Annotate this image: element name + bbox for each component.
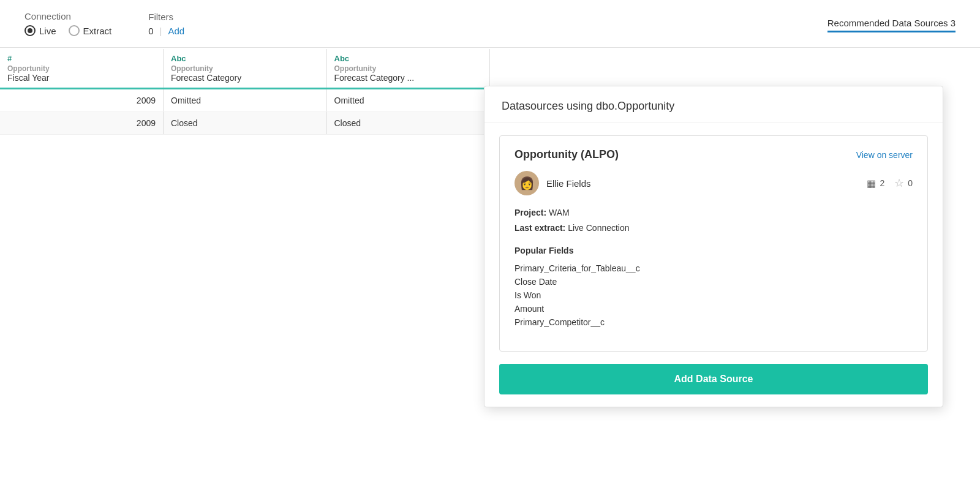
extract-radio-label: Extract bbox=[83, 26, 112, 36]
author-row: 👩 Ellie Fields ▦ 2 ☆ 0 bbox=[514, 171, 913, 195]
filters-label: Filters bbox=[148, 12, 184, 22]
type-icon-number: # bbox=[7, 54, 156, 63]
cell-fiscal-year-2: 2009 bbox=[0, 112, 164, 135]
list-item: Primary_Criteria_for_Tableau__c bbox=[514, 262, 913, 275]
panel-header: Datasources using dbo.Opportunity bbox=[484, 86, 943, 123]
cell-forecast-1-1: Omitted bbox=[164, 89, 327, 112]
extract-radio-circle bbox=[69, 25, 80, 36]
table-row: 2009 Closed Closed bbox=[0, 112, 490, 135]
live-radio-label: Live bbox=[39, 26, 56, 36]
card-title: Opportunity (ALPO) bbox=[514, 148, 619, 161]
views-icon: ▦ bbox=[867, 178, 876, 189]
project-value: WAM bbox=[549, 208, 570, 217]
live-radio[interactable]: Live bbox=[24, 25, 56, 36]
datasource-card: Opportunity (ALPO) View on server 👩 Elli… bbox=[499, 135, 928, 352]
type-icon-abc-1: Abc bbox=[171, 54, 319, 63]
col-header-forecast-category-2: Abc Opportunity Forecast Category ... bbox=[326, 49, 490, 89]
popular-fields-title: Popular Fields bbox=[514, 246, 913, 255]
recommended-data-sources-tab[interactable]: Recommended Data Sources 3 bbox=[827, 15, 956, 32]
col-header-forecast-category-1: Abc Opportunity Forecast Category bbox=[164, 49, 327, 89]
list-item: Primary_Competitor__c bbox=[514, 315, 913, 329]
card-title-row: Opportunity (ALPO) View on server bbox=[514, 148, 913, 161]
cell-forecast-2-1: Omitted bbox=[326, 89, 490, 112]
author-name: Ellie Fields bbox=[546, 178, 591, 189]
field-name-3: Forecast Category ... bbox=[334, 73, 483, 83]
field-parent-3: Opportunity bbox=[334, 64, 483, 73]
field-parent-1: Opportunity bbox=[7, 64, 156, 73]
main-area: Connection Live Extract Filters 0 | Add … bbox=[0, 0, 980, 490]
field-parent-2: Opportunity bbox=[171, 64, 319, 73]
list-item: Amount bbox=[514, 302, 913, 315]
extract-radio[interactable]: Extract bbox=[69, 25, 112, 36]
cell-forecast-1-2: Closed bbox=[164, 112, 327, 135]
view-on-server-link[interactable]: View on server bbox=[856, 150, 913, 160]
col-header-fiscal-year: # Opportunity Fiscal Year bbox=[0, 49, 164, 89]
recommended-datasources-panel: Datasources using dbo.Opportunity Opport… bbox=[484, 86, 943, 407]
stars-stat: ☆ 0 bbox=[894, 176, 913, 190]
filters-row: 0 | Add bbox=[148, 26, 184, 36]
cell-forecast-2-2: Closed bbox=[326, 112, 490, 135]
field-name-1: Fiscal Year bbox=[7, 73, 156, 83]
connection-section: Connection Live Extract bbox=[24, 11, 111, 36]
popular-fields-list: Primary_Criteria_for_Tableau__c Close Da… bbox=[514, 262, 913, 329]
avatar: 👩 bbox=[514, 171, 539, 195]
project-info: Project: WAM Last extract: Live Connecti… bbox=[514, 205, 913, 236]
project-label: Project: bbox=[514, 208, 546, 217]
cell-fiscal-year-1: 2009 bbox=[0, 89, 164, 112]
connection-label: Connection bbox=[24, 11, 111, 21]
popular-fields-section: Popular Fields Primary_Criteria_for_Tabl… bbox=[514, 246, 913, 329]
live-radio-circle bbox=[24, 25, 36, 36]
list-item: Close Date bbox=[514, 275, 913, 288]
last-extract-row: Last extract: Live Connection bbox=[514, 221, 913, 236]
filters-add-button[interactable]: Add bbox=[168, 26, 184, 36]
stars-count: 0 bbox=[908, 178, 913, 188]
filters-section: Filters 0 | Add bbox=[148, 12, 184, 36]
last-extract-label: Last extract: bbox=[514, 223, 565, 233]
type-icon-abc-2: Abc bbox=[334, 54, 483, 63]
views-count: 2 bbox=[880, 178, 884, 188]
views-stat: ▦ 2 bbox=[867, 178, 884, 189]
author-info: 👩 Ellie Fields bbox=[514, 171, 591, 195]
project-row: Project: WAM bbox=[514, 205, 913, 221]
connection-radio-group: Live Extract bbox=[24, 25, 111, 36]
star-icon[interactable]: ☆ bbox=[894, 176, 904, 190]
filters-count: 0 bbox=[148, 26, 153, 36]
filters-divider: | bbox=[160, 26, 162, 36]
add-data-source-button[interactable]: Add Data Source bbox=[499, 364, 928, 394]
top-bar: Connection Live Extract Filters 0 | Add … bbox=[0, 0, 980, 48]
last-extract-value: Live Connection bbox=[568, 223, 629, 233]
table-row: 2009 Omitted Omitted bbox=[0, 89, 490, 112]
stats-row: ▦ 2 ☆ 0 bbox=[867, 176, 913, 190]
data-table: # Opportunity Fiscal Year Abc Opportunit… bbox=[0, 49, 490, 135]
list-item: Is Won bbox=[514, 288, 913, 302]
field-name-2: Forecast Category bbox=[171, 73, 319, 83]
